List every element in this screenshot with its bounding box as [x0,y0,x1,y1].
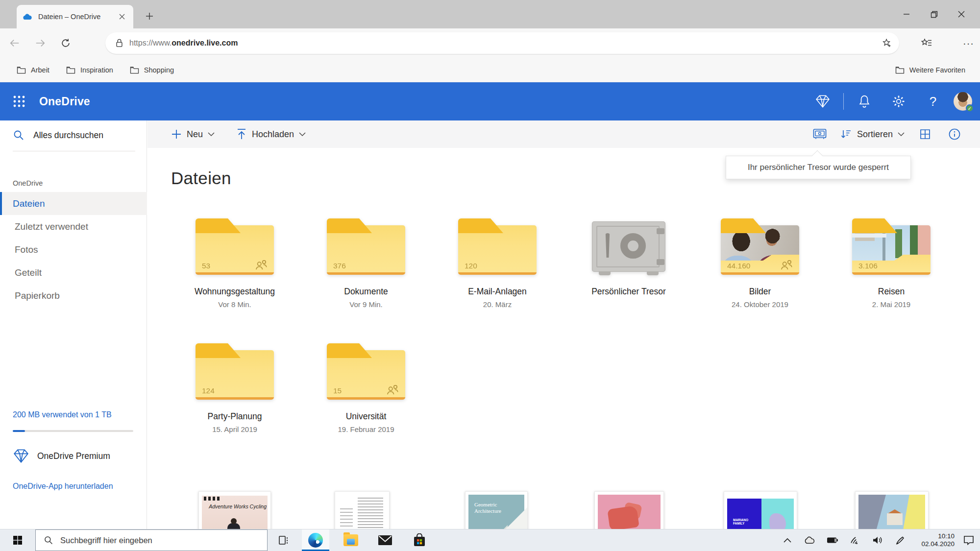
taskbar-edge-button[interactable] [302,529,329,551]
folder-name: Party-Planung [208,411,262,422]
main-content: Neu Hochladen Sortieren [147,120,980,529]
taskbar-mail-button[interactable] [371,529,399,551]
file-tile-pink-image[interactable] [594,491,664,529]
file-tile-geometric-architecture[interactable]: Geometric Architecture [465,491,528,529]
folder-date: 19. Februar 2019 [338,425,394,433]
chevron-down-icon [898,132,905,137]
new-button[interactable]: Neu [171,129,215,140]
command-bar: Neu Hochladen Sortieren [147,120,980,148]
folder-tile-dokumente[interactable]: 376 Dokumente Vor 9 Min. [312,218,420,309]
new-tab-button[interactable] [141,8,158,24]
folder-item-count: 15 [333,386,342,395]
folder-icon: 124 [196,343,274,400]
taskbar-store-button[interactable] [406,529,433,551]
folder-icon: 120 [458,218,537,275]
app-launcher-icon[interactable] [8,90,30,113]
more-favorites[interactable]: Weitere Favoriten [895,66,965,74]
tray-chevron-up-icon[interactable] [776,529,799,551]
file-tile-house-illustration[interactable] [855,491,929,529]
tray-battery-icon[interactable] [821,529,844,551]
url-text[interactable]: https://www.onedrive.live.com [129,39,238,48]
folder-icon: 53 [196,218,274,275]
tray-pen-icon[interactable] [889,529,911,551]
close-window-button[interactable] [948,0,975,28]
back-icon[interactable] [4,32,25,54]
minimize-button[interactable] [893,0,920,28]
reload-icon[interactable] [55,32,76,54]
collections-icon[interactable] [921,37,932,49]
forward-icon[interactable] [29,32,51,54]
taskbar: 10:10 02.04.2020 [0,529,980,551]
tab-close-icon[interactable] [117,11,127,22]
shared-people-icon [254,259,268,271]
info-icon[interactable] [946,125,963,143]
shared-people-icon [386,384,399,396]
tray-onedrive-cloud-icon[interactable] [799,529,821,551]
sidebar: Alles durchsuchen OneDrive Dateien Zulet… [0,120,147,529]
file-tile-mariano-family[interactable]: MARIANO FAMILY [724,491,797,529]
task-view-button[interactable] [270,529,298,551]
onedrive-app-name[interactable]: OneDrive [39,95,90,108]
browser-titlebar: Dateien – OneDrive [0,0,980,28]
folder-tile-party-planung[interactable]: 124 Party-Planung 15. April 2019 [181,343,289,433]
personal-vault-icon[interactable] [811,125,829,143]
folder-name: Bilder [749,287,771,297]
folder-tile-email-anlagen[interactable]: 120 E-Mail-Anlagen 20. März [443,218,551,309]
sidebar-item-dateien[interactable]: Dateien [0,192,147,215]
start-button[interactable] [7,529,28,551]
tooltip-text: Ihr persönlicher Tresor wurde gesperrt [748,163,889,172]
folder-icon: 44.160 [721,218,799,275]
bookmark-folder-inspiration[interactable]: Inspiration [66,66,113,74]
restore-button[interactable] [920,0,948,28]
account-avatar[interactable]: ✓ [954,92,972,111]
grid-view-icon[interactable] [916,125,934,143]
premium-diamond-icon[interactable] [809,90,836,113]
download-app-link[interactable]: OneDrive-App herunterladen [13,482,140,491]
help-icon[interactable]: ? [919,90,947,113]
folder-tile-wohnungsgestaltung[interactable]: 53 Wohnungsgestaltung Vor 8 Min. [181,218,289,309]
action-center-icon[interactable] [957,529,980,551]
storage-usage-link[interactable]: 200 MB verwendet von 1 TB [13,410,140,419]
settings-gear-icon[interactable] [885,90,912,113]
search-everything[interactable]: Alles durchsuchen [13,129,103,141]
folder-name: Universität [346,411,387,422]
command-bar-right: Sortieren [811,125,963,143]
folder-icon: 15 [327,343,405,400]
sidebar-item-zuletzt-verwendet[interactable]: Zuletzt verwendet [0,215,147,238]
folder-tile-universitaet[interactable]: 15 Universität 19. Februar 2019 [312,343,420,433]
folder-item-count: 3.106 [858,262,878,270]
file-tile-document[interactable] [335,491,390,529]
folder-tile-bilder[interactable]: 44.160 Bilder 24. Oktober 2019 [706,218,814,309]
browser-menu-icon[interactable]: ··· [963,38,974,49]
folder-date: 20. März [483,300,512,309]
file-tile-adventure-works[interactable]: Adventure Works Cycling [198,491,271,529]
clock-time: 10:10 [912,532,955,540]
sidebar-item-fotos[interactable]: Fotos [0,238,147,261]
taskbar-explorer-button[interactable] [337,529,365,551]
premium-upsell[interactable]: OneDrive Premium [13,449,140,463]
tray-volume-icon[interactable] [866,529,889,551]
bookmark-folder-arbeit[interactable]: Arbeit [17,66,49,74]
taskbar-clock[interactable]: 10:10 02.04.2020 [912,532,955,548]
folder-date: 2. Mai 2019 [872,300,910,309]
add-favorite-icon[interactable] [882,38,892,48]
folder-item-count: 44.160 [727,262,750,270]
browser-tab[interactable]: Dateien – OneDrive [17,5,133,28]
taskbar-search[interactable] [35,529,268,551]
sidebar-item-geteilt[interactable]: Geteilt [0,261,147,284]
folder-tile-reisen[interactable]: 3.106 Reisen 2. Mai 2019 [837,218,945,309]
tray-wifi-icon[interactable] [844,529,866,551]
folder-grid-row-2: 124 Party-Planung 15. April 2019 15 Univ… [181,343,420,433]
notifications-bell-icon[interactable] [851,90,878,113]
sidebar-item-papierkorb[interactable]: Papierkorb [0,284,147,307]
premium-label: OneDrive Premium [37,451,110,461]
bookmark-folder-shopping[interactable]: Shopping [130,66,174,74]
system-tray: 10:10 02.04.2020 [776,529,980,551]
upload-button[interactable]: Hochladen [236,128,306,140]
address-bar[interactable]: https://www.onedrive.live.com [105,32,899,54]
vault-tile[interactable]: Persönlicher Tresor [575,218,683,309]
search-label: Alles durchsuchen [33,130,103,141]
taskbar-search-input[interactable] [60,536,246,545]
browser-profile-avatar[interactable] [939,35,956,51]
sort-button[interactable]: Sortieren [840,129,905,140]
